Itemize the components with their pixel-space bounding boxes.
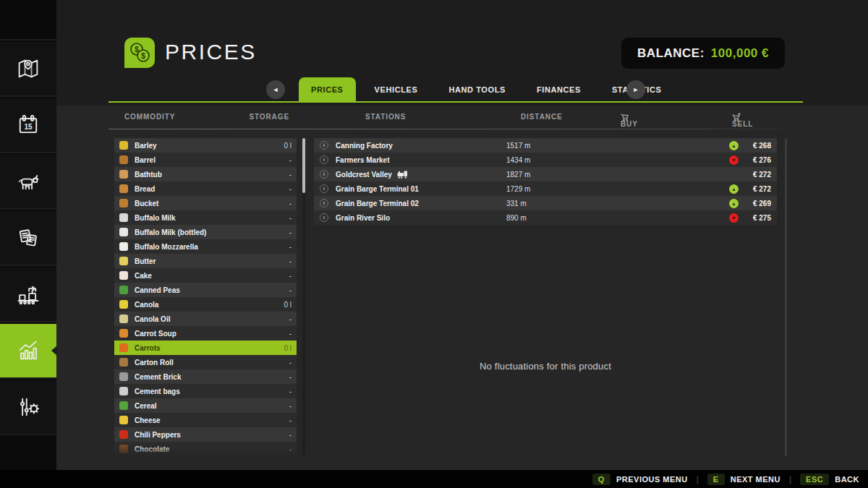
commodity-row-buffalo-milk-bottled[interactable]: Buffalo Milk (bottled) - — [114, 225, 297, 239]
station-row-grain-barge-terminal-01[interactable]: › Grain Barge Terminal 01 1729 m ▲ € 272 — [314, 181, 777, 196]
station-row-grain-barge-terminal-02[interactable]: › Grain Barge Terminal 02 331 m ▲ € 269 — [314, 196, 777, 210]
commodity-row-carrots[interactable]: Carrots 0 l — [114, 341, 297, 355]
storage-value: - — [289, 243, 292, 251]
storage-value: - — [289, 431, 292, 439]
map-icon — [15, 56, 41, 82]
sidebar-item-calendar[interactable]: 15 — [0, 98, 56, 153]
commodity-row-barrel[interactable]: Barrel - — [114, 153, 297, 167]
cow-icon — [15, 168, 41, 194]
sidebar-item-production[interactable] — [0, 267, 56, 322]
commodity-name: Cement Brick — [135, 373, 181, 381]
prices-panel: COMMODITY STORAGE STATIONS DISTANCE BUY … — [56, 106, 868, 470]
storage-value: - — [289, 185, 292, 193]
shortcut-label: PREVIOUS MENU — [616, 475, 688, 484]
commodity-row-carton-roll[interactable]: Carton Roll - — [114, 355, 297, 369]
carrot-soup-icon — [119, 329, 128, 338]
commodity-row-cake[interactable]: Cake - — [114, 268, 297, 283]
commodity-row-buffalo-milk[interactable]: Buffalo Milk - — [114, 210, 297, 225]
commodity-scrollbar-thumb[interactable] — [302, 138, 305, 193]
station-price: € 272 — [744, 185, 771, 193]
goto-station-icon[interactable]: › — [320, 184, 328, 193]
commodity-row-bucket[interactable]: Bucket - — [114, 196, 297, 210]
commodity-row-barley[interactable]: Barley 0 l — [114, 138, 297, 153]
storage-value: - — [289, 388, 292, 395]
shortcut-divider: | — [697, 474, 699, 484]
buffalo-milk-icon — [119, 213, 128, 222]
shortcut-key[interactable]: E — [707, 474, 725, 485]
column-header-divider — [109, 129, 803, 129]
storage-value: - — [289, 315, 292, 323]
station-row-farmers-market[interactable]: › Farmers Market 1434 m ▼ € 276 — [314, 153, 777, 167]
station-price: € 269 — [744, 200, 771, 207]
buffalo-milk-bottled-icon — [119, 228, 128, 236]
storage-value: - — [289, 416, 292, 424]
production-icon — [15, 281, 41, 307]
tab-prices[interactable]: PRICES — [299, 77, 356, 101]
svg-text:15: 15 — [24, 123, 33, 131]
commodity-scrollbar[interactable] — [302, 138, 305, 456]
cereal-icon — [119, 401, 128, 410]
storage-value: - — [289, 200, 292, 207]
commodity-row-canola[interactable]: Canola 0 l — [114, 297, 297, 312]
commodity-name: Canned Peas — [135, 286, 180, 294]
tab-finances[interactable]: FINANCES — [524, 77, 593, 101]
tab-vehicles[interactable]: VEHICLES — [362, 77, 430, 101]
cement-bags-icon — [119, 387, 128, 395]
chili-peppers-icon — [119, 430, 128, 439]
commodity-row-cereal[interactable]: Cereal - — [114, 398, 297, 413]
station-row-grain-river-silo[interactable]: › Grain River Silo 890 m ▼ € 275 — [314, 210, 777, 225]
main-sidebar: 15 — [0, 0, 56, 470]
station-row-canning-factory[interactable]: › Canning Factory 1517 m ▲ € 268 — [314, 138, 777, 153]
commodity-row-carrot-soup[interactable]: Carrot Soup - — [114, 326, 297, 341]
commodity-name: Buffalo Milk (bottled) — [135, 228, 206, 236]
goto-station-icon[interactable]: › — [320, 213, 328, 222]
column-stations: STATIONS — [365, 113, 406, 121]
station-row-goldcrest-valley[interactable]: › Goldcrest Valley 1827 m € 272 — [314, 167, 777, 181]
commodity-row-bread[interactable]: Bread - — [114, 181, 297, 196]
shortcut-bar: Q PREVIOUS MENU | E NEXT MENU | ESC BACK — [0, 470, 868, 488]
shortcut-key[interactable]: Q — [592, 474, 610, 485]
fluctuations-empty-message: No fluctuations for this product — [314, 361, 777, 372]
commodity-name: Chocolate — [135, 445, 169, 453]
sidebar-item-animals[interactable] — [0, 155, 56, 210]
goto-station-icon[interactable]: › — [320, 155, 328, 164]
commodity-row-chili-peppers[interactable]: Chili Peppers - — [114, 427, 297, 442]
settings-icon — [15, 394, 41, 420]
sidebar-item-contracts[interactable] — [0, 211, 56, 266]
commodity-name: Carrot Soup — [135, 330, 176, 338]
commodity-row-cement-bags[interactable]: Cement bags - — [114, 384, 297, 398]
barrel-icon — [119, 155, 128, 164]
goto-station-icon[interactable]: › — [320, 199, 328, 207]
goto-station-icon[interactable]: › — [320, 141, 328, 150]
commodity-name: Barley — [135, 142, 157, 150]
commodity-row-cement-brick[interactable]: Cement Brick - — [114, 369, 297, 384]
tabs-next-button[interactable]: ► — [626, 80, 645, 99]
storage-value: - — [289, 214, 292, 222]
tab-underline — [109, 101, 803, 103]
column-sell: SELL — [732, 113, 741, 121]
prices-coins-icon: $ $ — [123, 36, 156, 69]
canola-oil-icon — [119, 314, 128, 323]
commodity-row-cheese[interactable]: Cheese - — [114, 413, 297, 427]
commodity-row-chocolate[interactable]: Chocolate - — [114, 442, 297, 456]
shortcut-back: ESC BACK — [800, 474, 859, 485]
cake-icon — [119, 271, 128, 280]
commodity-row-bathtub[interactable]: Bathtub - — [114, 167, 297, 181]
shortcut-key[interactable]: ESC — [800, 474, 829, 485]
tab-bar: PRICESVEHICLESHAND TOOLSFINANCESSTATISTI… — [299, 77, 673, 101]
stations-scrollbar[interactable] — [785, 138, 787, 456]
sidebar-item-map[interactable] — [0, 42, 56, 97]
commodity-row-buffalo-mozzarella[interactable]: Buffalo Mozzarella - — [114, 239, 297, 254]
commodity-row-butter[interactable]: Butter - — [114, 254, 297, 268]
storage-value: - — [289, 257, 292, 265]
butter-icon — [119, 257, 128, 265]
commodity-name: Cereal — [135, 402, 157, 410]
tabs-prev-button[interactable]: ◄ — [266, 80, 285, 99]
goto-station-icon[interactable]: › — [320, 170, 328, 179]
commodity-row-canola-oil[interactable]: Canola Oil - — [114, 312, 297, 326]
sidebar-item-statistics[interactable] — [0, 324, 56, 379]
station-name: Goldcrest Valley — [336, 171, 408, 179]
tab-hand-tools[interactable]: HAND TOOLS — [436, 77, 518, 101]
commodity-row-canned-peas[interactable]: Canned Peas - — [114, 283, 297, 297]
sidebar-item-settings[interactable] — [0, 380, 56, 435]
